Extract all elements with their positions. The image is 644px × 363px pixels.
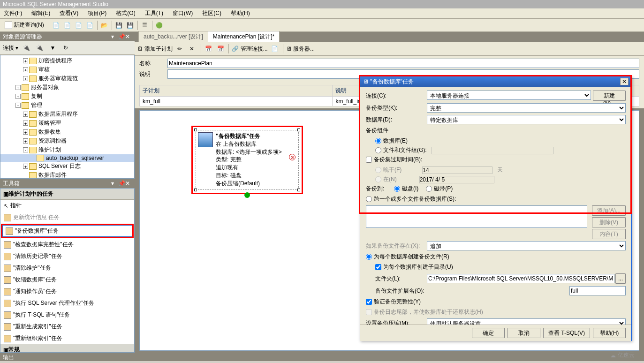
expire-checkbox[interactable] <box>366 157 372 163</box>
menu-format[interactable]: 格式(O) <box>114 8 137 18</box>
tree-node[interactable]: +审核 <box>0 65 134 74</box>
toolbar-btn3[interactable]: 📄 <box>74 20 84 30</box>
filter-icon[interactable]: ▼ <box>47 43 58 53</box>
tree-node[interactable]: 数据库邮件 <box>0 171 134 179</box>
tab-autobackup[interactable]: auto_backu...rver [设计] <box>138 31 208 42</box>
output-panel-header[interactable]: 输出 <box>0 353 644 361</box>
dialog-titlebar[interactable]: 🖥 "备份数据库"任务 ✕ <box>360 76 631 87</box>
delete-icon[interactable]: ✕ <box>187 44 197 54</box>
backup-task-card[interactable]: "备份数据库"任务 在 上备份数据库 数据库: <选择一项或多项> 类型: 完整… <box>196 130 299 190</box>
expand-icon[interactable]: - <box>23 147 28 152</box>
tab-maintenanceplan[interactable]: MaintenancePlan [设计]* <box>208 31 280 42</box>
tree-node[interactable]: -管理 <box>0 101 134 110</box>
radio-perdb[interactable] <box>366 254 372 260</box>
new-conn-button[interactable]: 新建(N)... <box>593 91 626 101</box>
check-verify[interactable] <box>366 299 372 305</box>
refresh-icon[interactable]: ↻ <box>61 43 71 53</box>
pin-icon[interactable]: 📌 <box>118 180 125 187</box>
tree-node[interactable]: auto_backup_sqlserver <box>0 154 134 162</box>
toolbox-item[interactable]: "重新组织索引"任务 <box>0 333 134 344</box>
dialog-close-button[interactable]: ✕ <box>620 78 629 85</box>
connector-dot[interactable] <box>244 192 250 198</box>
servers-button[interactable]: 🖥 服务器... <box>286 45 315 53</box>
name-input[interactable] <box>167 59 639 68</box>
manage-connections-button[interactable]: 🔗 管理连接... <box>232 45 267 53</box>
menu-edit[interactable]: 编辑(E) <box>30 8 52 18</box>
new-query-button[interactable]: 新建查询(N) <box>2 20 47 30</box>
toolbar-btn4[interactable]: 📄 <box>85 20 95 30</box>
toolbar-save[interactable]: 💾 <box>114 20 124 30</box>
conn-select[interactable]: 本地服务器连接 <box>427 91 591 100</box>
toolbox-item[interactable]: "执行 T-SQL 语句"任务 <box>0 309 134 321</box>
toolbox-item[interactable]: "通知操作员"任务 <box>0 286 134 297</box>
view-tsql-button[interactable]: 查看 T-SQL(V) <box>543 328 590 338</box>
menu-file[interactable]: 文件(F) <box>2 8 24 18</box>
expand-icon[interactable]: - <box>15 103 21 108</box>
tree-node[interactable]: +复制 <box>0 92 134 101</box>
toolbox-item[interactable]: "执行 SQL Server 代理作业"任务 <box>0 297 134 309</box>
connect-btn2[interactable]: 🔌 <box>34 43 45 53</box>
expand-icon[interactable]: + <box>23 129 28 135</box>
db-select[interactable]: 特定数据库 <box>427 115 626 124</box>
compress-select[interactable]: 使用默认服务器设置 <box>427 318 626 325</box>
menu-view[interactable]: 查看(V) <box>58 8 80 18</box>
toolbox-item[interactable]: "检查数据库完整性"任务 <box>0 239 134 250</box>
expand-icon[interactable]: + <box>23 164 28 169</box>
close-icon[interactable]: ✕ <box>125 33 132 40</box>
menu-project[interactable]: 项目(P) <box>86 8 108 18</box>
menu-community[interactable]: 社区(C) <box>200 8 223 18</box>
close-icon[interactable]: ✕ <box>125 180 132 187</box>
toolbox-section[interactable]: ▣ 维护计划中的任务 <box>0 189 134 200</box>
cancel-button[interactable]: 取消 <box>508 328 540 338</box>
check-subdir[interactable] <box>375 264 381 270</box>
expand-icon[interactable]: + <box>23 121 28 126</box>
expand-icon[interactable]: + <box>15 94 21 99</box>
radio-database[interactable] <box>375 138 381 144</box>
tree-node[interactable]: +加密提供程序 <box>0 56 134 65</box>
menu-window[interactable]: 窗口(W) <box>171 8 195 18</box>
cell-kmfull[interactable]: km_full <box>140 97 333 106</box>
tree-node[interactable]: +数据收集 <box>0 128 134 136</box>
radio-tape[interactable] <box>426 186 432 192</box>
add-subplan-button[interactable]: 🗓 添加子计划 <box>137 45 173 53</box>
toolbox-item[interactable]: "清除历史记录"任务 <box>0 250 134 262</box>
toolbar-open[interactable]: 📂 <box>99 20 110 30</box>
browse-button[interactable]: ... <box>615 273 626 284</box>
report-icon[interactable]: 📄 <box>270 44 280 54</box>
type-select[interactable]: 完整 <box>427 103 626 113</box>
tree-node[interactable]: +服务器审核规范 <box>0 74 134 83</box>
toolbar-saveall[interactable]: 💾 <box>125 20 136 30</box>
toolbar-list[interactable]: ☰ <box>140 20 150 30</box>
tree-node[interactable]: +服务器对象 <box>0 83 134 92</box>
connect-dropdown[interactable]: 连接 ▾ <box>3 44 18 52</box>
toolbox-pointer[interactable]: ↖ 指针 <box>0 200 134 212</box>
calendar-icon[interactable]: 📅 <box>203 44 213 54</box>
tree-node[interactable]: +数据层应用程序 <box>0 110 134 119</box>
menu-help[interactable]: 帮助(H) <box>229 8 252 18</box>
pin-icon[interactable]: 📌 <box>118 33 125 40</box>
toolbar-activity[interactable]: 🟢 <box>154 20 165 30</box>
toolbox-general[interactable]: ▣ 常规 <box>0 344 134 353</box>
toolbox-item[interactable]: "收缩数据库"任务 <box>0 274 134 286</box>
ext-input[interactable] <box>569 286 626 295</box>
expand-icon[interactable]: + <box>23 58 28 63</box>
edit-icon[interactable]: ✏ <box>174 44 185 54</box>
tree-node[interactable]: +资源调控器 <box>0 136 134 145</box>
toolbox-item[interactable]: "重新生成索引"任务 <box>0 321 134 333</box>
toolbox-item[interactable]: "清除维护"任务 <box>0 262 134 274</box>
toolbox-item-backup[interactable]: "备份数据库"任务 <box>2 225 132 237</box>
radio-filegroup[interactable] <box>375 147 381 153</box>
radio-disk[interactable] <box>394 186 400 192</box>
menu-tools[interactable]: 工具(T) <box>143 8 165 18</box>
tree-node[interactable]: -维护计划 <box>0 145 134 154</box>
radio-across[interactable] <box>366 196 372 202</box>
dropdown-icon[interactable]: ▾ <box>111 33 118 40</box>
toolbar-db-icon[interactable]: 📄 <box>51 20 61 30</box>
toolbar-btn2[interactable]: 📄 <box>62 20 73 30</box>
tree-node[interactable]: +策略管理 <box>0 119 134 128</box>
expand-icon[interactable]: + <box>23 112 28 117</box>
expand-icon[interactable]: + <box>23 76 28 81</box>
expand-icon[interactable]: + <box>23 67 28 72</box>
connect-btn1[interactable]: 🔌 <box>21 43 31 53</box>
file-list[interactable] <box>366 205 587 228</box>
